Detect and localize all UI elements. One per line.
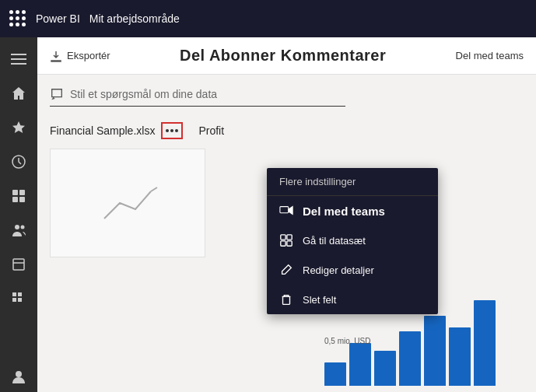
sidebar-item-recent[interactable] [3, 146, 34, 177]
bar-4 [399, 331, 421, 386]
context-menu-item-share-teams[interactable]: Del med teams [267, 196, 438, 226]
tiles-row: Financial Sample.xlsx Profit [50, 122, 524, 139]
sidebar-item-apps[interactable] [3, 283, 34, 314]
chart-preview-icon [96, 172, 159, 234]
profit-label: Profit [198, 124, 224, 137]
sidebar-item-people[interactable] [3, 215, 34, 246]
context-menu-item-delete-field[interactable]: Slet felt [267, 285, 438, 314]
context-item-share-teams-label: Del med teams [303, 205, 385, 218]
bar-3 [374, 351, 396, 386]
context-menu-item-goto-dataset[interactable]: Gå til datasæt [267, 226, 438, 255]
chat-icon [50, 87, 64, 101]
bar-chart [324, 305, 530, 386]
context-menu: Flere indstillinger Del med teams [267, 168, 438, 314]
share-teams-button[interactable]: Del med teams [456, 50, 524, 61]
report-thumbnail [50, 149, 205, 257]
sidebar [0, 37, 37, 392]
topbar-workspace: Mit arbejdsområde [89, 12, 180, 25]
svg-rect-11 [13, 259, 24, 270]
svg-rect-23 [283, 296, 290, 304]
bar-7 [474, 300, 496, 386]
svg-rect-15 [12, 298, 16, 302]
context-menu-item-edit-details[interactable]: Rediger detaljer [267, 255, 438, 285]
svg-point-9 [15, 225, 19, 229]
context-item-delete-field-label: Slet felt [303, 294, 336, 306]
context-item-edit-details-label: Rediger detaljer [303, 264, 374, 276]
svg-rect-5 [12, 190, 18, 195]
topbar-app: Power BI [36, 12, 80, 25]
svg-rect-18 [280, 207, 289, 213]
svg-point-10 [21, 226, 25, 229]
svg-rect-20 [287, 235, 292, 240]
delete-icon [279, 292, 293, 306]
svg-rect-1 [11, 58, 26, 60]
chart-label: 0,5 mio. USD [324, 337, 370, 345]
sidebar-item-home[interactable] [3, 78, 34, 109]
svg-marker-3 [12, 121, 25, 133]
svg-rect-19 [281, 235, 286, 240]
sidebar-item-star[interactable] [3, 112, 34, 143]
sidebar-item-hamburger[interactable] [3, 44, 34, 75]
bar-2 [349, 343, 371, 386]
secondary-toolbar: Eksportér Del Abonner Kommentarer Del me… [37, 37, 536, 75]
search-bar[interactable]: Stil et spørgsmål om dine data [50, 87, 345, 107]
sidebar-item-profile[interactable] [3, 361, 34, 392]
svg-rect-14 [18, 292, 22, 296]
main-layout: Eksportér Del Abonner Kommentarer Del me… [0, 37, 536, 392]
toolbar-title: Del Abonner Kommentarer [129, 47, 437, 65]
bar-5 [424, 316, 446, 386]
svg-rect-7 [12, 197, 18, 202]
sidebar-item-dashboard[interactable] [3, 180, 34, 212]
context-menu-header: Flere indstillinger [267, 168, 438, 196]
sidebar-item-learn[interactable] [3, 249, 34, 280]
main-content: Eksportér Del Abonner Kommentarer Del me… [37, 37, 536, 392]
svg-rect-2 [11, 63, 26, 65]
svg-rect-21 [281, 241, 286, 246]
search-placeholder: Stil et spørgsmål om dine data [70, 88, 217, 100]
bar-1 [324, 362, 346, 386]
svg-rect-22 [287, 241, 292, 246]
dataset-icon [279, 233, 293, 247]
svg-rect-0 [11, 54, 26, 55]
apps-menu-icon[interactable] [9, 10, 26, 27]
svg-point-17 [16, 371, 22, 377]
svg-rect-6 [19, 190, 25, 195]
share-icon [279, 204, 293, 218]
context-item-goto-dataset-label: Gå til datasæt [303, 235, 366, 247]
svg-rect-13 [12, 292, 16, 296]
file-label: Financial Sample.xlsx [50, 124, 155, 137]
export-button[interactable]: Eksportér [50, 50, 110, 62]
edit-icon [279, 263, 293, 277]
bar-6 [449, 327, 471, 386]
topbar: Power BI Mit arbejdsområde [0, 0, 536, 37]
svg-rect-8 [19, 197, 25, 202]
svg-rect-16 [18, 298, 22, 302]
content-area: Stil et spørgsmål om dine data Financial… [37, 75, 536, 392]
more-options-button[interactable] [161, 122, 183, 139]
